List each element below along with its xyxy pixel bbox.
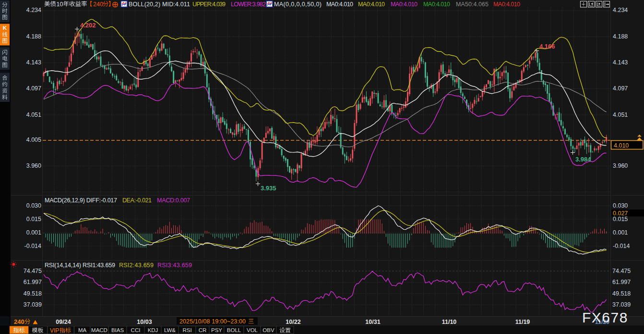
svg-text:0.015: 0.015 — [613, 216, 628, 223]
svg-text:UPPER:4.039: UPPER:4.039 — [192, 1, 226, 8]
svg-text:CCI: CCI — [131, 327, 141, 333]
svg-text:61.997: 61.997 — [612, 279, 631, 285]
svg-text:37.039: 37.039 — [24, 301, 42, 308]
svg-text:LW&: LW& — [164, 327, 176, 333]
svg-text:0.015: 0.015 — [26, 216, 41, 223]
svg-text:LOWER:3.982: LOWER:3.982 — [231, 1, 266, 8]
svg-text:VIP: VIP — [50, 327, 59, 334]
svg-text:2025/10/08 19:00~23:00: 2025/10/08 19:00~23:00 — [179, 318, 246, 325]
svg-text:MACD: MACD — [91, 327, 107, 333]
svg-text:10: 10 — [57, 1, 63, 8]
svg-text:MA0:4.010: MA0:4.010 — [326, 1, 353, 8]
svg-text:4.010: 4.010 — [614, 142, 629, 149]
svg-text:0.001: 0.001 — [613, 229, 628, 236]
svg-text:MACD(26,12,9) DIFF:-0.017: MACD(26,12,9) DIFF:-0.017 — [45, 197, 117, 204]
svg-text:10/31: 10/31 — [365, 319, 380, 325]
svg-text:10/22: 10/22 — [286, 319, 300, 325]
svg-text:4.188: 4.188 — [26, 33, 41, 40]
svg-text:K: K — [3, 25, 7, 31]
svg-text:10/03: 10/03 — [137, 319, 152, 325]
svg-text:0.027: 0.027 — [613, 210, 628, 217]
svg-text:4.166: 4.166 — [539, 43, 555, 50]
svg-text:RSI2:43.659: RSI2:43.659 — [119, 262, 154, 269]
svg-text:3.935: 3.935 — [261, 185, 276, 192]
svg-text:09/24: 09/24 — [56, 319, 71, 325]
svg-text:MA0:4.010: MA0:4.010 — [423, 1, 450, 8]
svg-text:74.475: 74.475 — [612, 268, 631, 274]
svg-text:11/10: 11/10 — [442, 319, 457, 325]
svg-text:240: 240 — [14, 318, 24, 325]
svg-text:0.030: 0.030 — [613, 202, 628, 209]
svg-text:4.097: 4.097 — [26, 85, 41, 92]
svg-text:RSI: RSI — [182, 327, 191, 333]
svg-text:4.202: 4.202 — [80, 22, 96, 29]
svg-text:4.051: 4.051 — [26, 111, 41, 118]
svg-text:0.030: 0.030 — [26, 202, 41, 209]
svg-text:4.005: 4.005 — [26, 136, 41, 143]
svg-text:MA0:4.010: MA0:4.010 — [391, 1, 417, 8]
svg-text:-0.014: -0.014 — [24, 243, 41, 249]
svg-text:11/19: 11/19 — [515, 319, 530, 325]
svg-text:3.984: 3.984 — [575, 156, 591, 163]
svg-text:MACD:0.007: MACD:0.007 — [157, 197, 190, 204]
svg-text:61.997: 61.997 — [24, 279, 42, 285]
svg-text:MA: MA — [78, 327, 87, 333]
svg-text:-0.014: -0.014 — [613, 243, 630, 249]
svg-text:37.039: 37.039 — [612, 301, 631, 308]
svg-text:KDJ: KDJ — [148, 327, 158, 333]
svg-text:BOLL: BOLL — [227, 327, 241, 333]
svg-text:MA(0,0,0,0,50,0): MA(0,0,0,0,50,0) — [274, 1, 322, 8]
svg-text:MA0:4.010: MA0:4.010 — [493, 1, 520, 8]
svg-text:BIAS: BIAS — [111, 327, 124, 333]
svg-text:240: 240 — [93, 1, 103, 8]
svg-text:BOLL(20,2) MID:4.011: BOLL(20,2) MID:4.011 — [129, 1, 190, 8]
svg-text:PSY: PSY — [211, 327, 222, 333]
svg-text:4.051: 4.051 — [613, 111, 628, 118]
svg-text:FX678: FX678 — [582, 309, 628, 325]
svg-text:4.188: 4.188 — [613, 33, 628, 40]
svg-text:OBV: OBV — [262, 327, 274, 333]
svg-text:3.960: 3.960 — [613, 162, 628, 169]
svg-text:4.143: 4.143 — [613, 59, 628, 66]
svg-text:0.001: 0.001 — [26, 229, 41, 236]
svg-text:VOL: VOL — [247, 327, 258, 333]
svg-text:3.960: 3.960 — [26, 162, 41, 169]
svg-text:RSI3:43.659: RSI3:43.659 — [157, 262, 192, 269]
svg-text:4.097: 4.097 — [613, 85, 628, 92]
svg-text:74.475: 74.475 — [24, 268, 42, 274]
svg-text:4.234: 4.234 — [26, 7, 41, 13]
svg-text:49.518: 49.518 — [24, 290, 42, 297]
svg-text:4.234: 4.234 — [613, 7, 628, 13]
svg-text:CR: CR — [199, 327, 207, 333]
svg-text:49.518: 49.518 — [612, 290, 631, 297]
svg-text:DEA:-0.021: DEA:-0.021 — [122, 197, 152, 204]
svg-text:RSI(14,14,14) RSI1:43.659: RSI(14,14,14) RSI1:43.659 — [45, 262, 115, 269]
svg-text:4.143: 4.143 — [26, 59, 41, 66]
svg-text:MA50:4.065: MA50:4.065 — [456, 1, 489, 8]
svg-text:MA0:4.010: MA0:4.010 — [358, 1, 385, 8]
